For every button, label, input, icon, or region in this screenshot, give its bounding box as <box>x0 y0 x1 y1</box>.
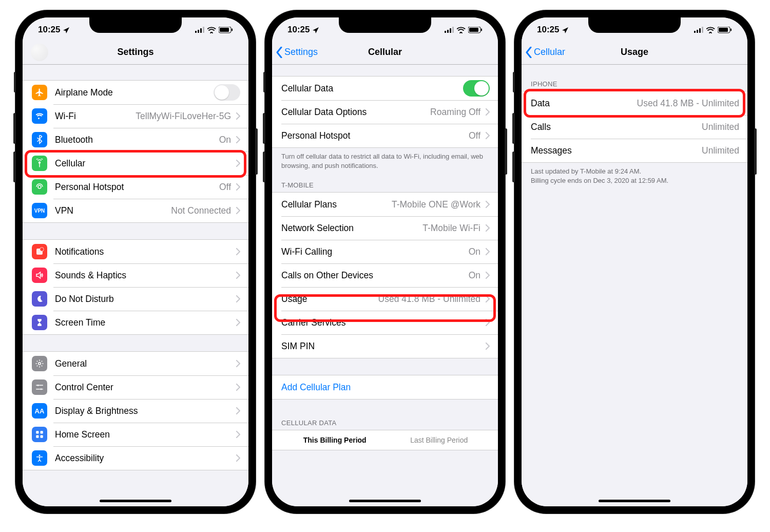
profile-avatar[interactable] <box>31 44 48 61</box>
row-cellular-data[interactable]: Cellular Data <box>272 77 498 100</box>
row-label: Home Screen <box>55 429 110 440</box>
alerts-group: Notifications Sounds & Haptics Do Not Di… <box>23 239 248 335</box>
airplane-toggle[interactable] <box>214 84 240 101</box>
group-footer: Last updated by T-Mobile at 9:24 AM. Bil… <box>522 163 747 189</box>
row-screen-time[interactable]: Screen Time <box>23 311 248 334</box>
chevron-right-icon <box>236 272 240 279</box>
group-footer: Turn off cellular data to restrict all d… <box>272 148 498 174</box>
row-accessibility[interactable]: Accessibility <box>23 446 248 470</box>
row-sounds-haptics[interactable]: Sounds & Haptics <box>23 263 248 287</box>
hourglass-icon <box>32 315 47 330</box>
location-icon <box>561 26 568 33</box>
home-indicator[interactable] <box>599 500 670 502</box>
row-add-cellular-plan[interactable]: Add Cellular Plan <box>272 375 498 399</box>
phone-cellular: 10:25 Settings Cellular Cellular Data <box>265 10 505 514</box>
row-home-screen[interactable]: Home Screen <box>23 423 248 446</box>
row-value: On <box>469 246 480 257</box>
row-cellular-plans[interactable]: Cellular Plans T-Mobile ONE @Work <box>272 193 498 216</box>
row-value: Not Connected <box>171 205 231 216</box>
hotspot-icon <box>32 179 47 195</box>
home-indicator[interactable] <box>349 500 421 502</box>
row-usage-calls[interactable]: Calls Unlimited <box>522 115 747 139</box>
row-label: Do Not Disturb <box>55 294 114 305</box>
row-label: Carrier Services <box>281 317 345 328</box>
iphone-usage-group: IPHONE Data Used 41.8 MB - Unlimited Cal… <box>522 77 747 189</box>
accessibility-icon <box>32 450 47 466</box>
back-button[interactable]: Cellular <box>526 47 565 58</box>
chevron-right-icon <box>486 248 490 255</box>
row-label: SIM PIN <box>281 341 315 352</box>
row-label: Cellular Data <box>281 83 333 94</box>
bluetooth-icon <box>32 132 47 147</box>
row-label: Display & Brightness <box>55 406 138 416</box>
cell-signal-icon <box>694 27 704 33</box>
page-title: Cellular <box>368 47 402 58</box>
row-value: Used 41.8 MB - Unlimited <box>378 294 480 305</box>
nav-bar: Settings Cellular <box>272 40 498 65</box>
notifications-icon <box>32 244 47 259</box>
row-airplane-mode[interactable]: Airplane Mode <box>23 81 248 104</box>
carrier-group: T-MOBILE Cellular Plans T-Mobile ONE @Wo… <box>272 178 498 358</box>
row-label: Add Cellular Plan <box>281 382 351 393</box>
row-label: Usage <box>281 294 307 305</box>
row-usage[interactable]: Usage Used 41.8 MB - Unlimited <box>272 287 498 311</box>
chevron-right-icon <box>486 132 490 139</box>
billing-period-segment[interactable]: This Billing Period Last Billing Period <box>272 430 498 450</box>
row-label: Screen Time <box>55 317 105 328</box>
row-label: Calls <box>531 122 551 132</box>
row-usage-messages[interactable]: Messages Unlimited <box>522 139 747 162</box>
notch <box>588 17 681 33</box>
row-network-selection[interactable]: Network Selection T-Mobile Wi-Fi <box>272 216 498 240</box>
row-wifi[interactable]: Wi-Fi TellMyWi-FiLoveHer-5G <box>23 104 248 128</box>
location-icon <box>312 26 319 33</box>
text-size-icon: AA <box>32 403 47 419</box>
row-personal-hotspot[interactable]: Personal Hotspot Off <box>23 175 248 199</box>
location-icon <box>62 26 69 33</box>
segment-this-period[interactable]: This Billing Period <box>303 436 367 444</box>
nav-bar: Settings <box>23 40 248 65</box>
row-carrier-services[interactable]: Carrier Services <box>272 311 498 334</box>
row-label: Messages <box>531 145 572 156</box>
row-control-center[interactable]: Control Center <box>23 375 248 399</box>
sounds-icon <box>32 268 47 283</box>
row-bluetooth[interactable]: Bluetooth On <box>23 128 248 151</box>
row-label: Notifications <box>55 246 104 257</box>
cellular-data-toggle[interactable] <box>463 80 490 97</box>
row-label: Accessibility <box>55 453 104 464</box>
row-do-not-disturb[interactable]: Do Not Disturb <box>23 287 248 311</box>
battery-icon <box>468 27 483 33</box>
row-notifications[interactable]: Notifications <box>23 240 248 263</box>
chevron-right-icon <box>486 319 490 326</box>
connectivity-group: Airplane Mode Wi-Fi TellMyWi-FiLoveHer-5… <box>23 80 248 223</box>
nav-bar: Cellular Usage <box>522 40 747 65</box>
row-label: Control Center <box>55 382 113 393</box>
row-calls-other-devices[interactable]: Calls on Other Devices On <box>272 263 498 287</box>
row-display-brightness[interactable]: AA Display & Brightness <box>23 399 248 423</box>
row-label: Cellular Data Options <box>281 107 367 118</box>
row-vpn[interactable]: VPN VPN Not Connected <box>23 199 248 222</box>
row-sim-pin[interactable]: SIM PIN <box>272 334 498 358</box>
svg-point-10 <box>37 385 39 386</box>
page-title: Settings <box>117 47 153 58</box>
row-general[interactable]: General <box>23 352 248 375</box>
row-personal-hotspot[interactable]: Personal Hotspot Off <box>272 124 498 147</box>
wifi-icon <box>207 27 216 33</box>
row-usage-data[interactable]: Data Used 41.8 MB - Unlimited <box>522 91 747 115</box>
back-button[interactable]: Settings <box>276 47 318 58</box>
row-wifi-calling[interactable]: Wi-Fi Calling On <box>272 240 498 263</box>
row-value: T-Mobile Wi-Fi <box>422 223 480 234</box>
row-label: Calls on Other Devices <box>281 270 373 281</box>
row-cellular-data-options[interactable]: Cellular Data Options Roaming Off <box>272 100 498 124</box>
home-indicator[interactable] <box>100 500 171 502</box>
chevron-right-icon <box>236 360 240 367</box>
segment-last-period[interactable]: Last Billing Period <box>410 436 468 444</box>
phone-usage: 10:25 Cellular Usage IPHONE Data <box>514 10 755 514</box>
chevron-right-icon <box>236 407 240 414</box>
row-label: Wi-Fi Calling <box>281 246 332 257</box>
chevron-right-icon <box>486 295 490 302</box>
sliders-icon <box>32 379 47 395</box>
row-label: Airplane Mode <box>55 87 113 98</box>
chevron-right-icon <box>486 272 490 279</box>
wifi-settings-icon <box>32 108 47 124</box>
row-cellular[interactable]: Cellular <box>23 151 248 175</box>
